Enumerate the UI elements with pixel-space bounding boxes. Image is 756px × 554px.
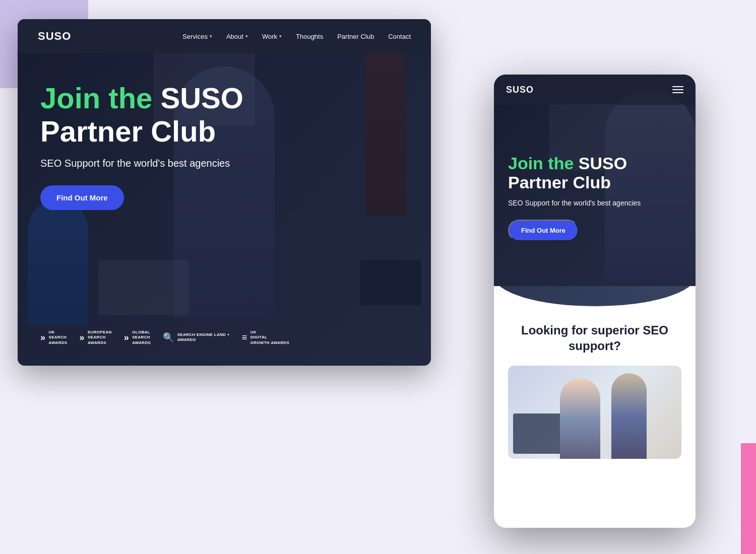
mobile-hero-title-line1: Join the SUSO [508, 155, 681, 172]
mobile-hero-content: Join the SUSO Partner Club SEO Support f… [494, 105, 696, 286]
hero-green-text: Join the [40, 82, 152, 114]
hamburger-line-1 [672, 86, 683, 87]
eu-award-text: EUROPEANSEARCHAWARDS [88, 330, 112, 345]
ukdg-award-icon: ≡ [242, 332, 247, 343]
mobile-content-section: Looking for superior SEO support? [494, 306, 696, 475]
services-chevron-icon: ▾ [210, 34, 212, 39]
desktop-browser-window: SUSO Services ▾ About ▾ Work ▾ Thoughts … [18, 19, 431, 366]
nav-link-work[interactable]: Work ▾ [262, 33, 282, 40]
hero-subtitle: SEO Support for the world's best agencie… [40, 156, 408, 170]
hamburger-line-3 [672, 92, 683, 93]
bg-pink-decoration [741, 443, 756, 554]
sel-award-icon: 🔍 [163, 332, 174, 343]
mobile-cta-button[interactable]: Find Out More [508, 220, 579, 241]
desktop-nav: SUSO Services ▾ About ▾ Work ▾ Thoughts … [18, 19, 431, 53]
nav-link-services[interactable]: Services ▾ [182, 33, 212, 40]
mobile-team-image [508, 366, 681, 459]
nav-link-thoughts[interactable]: Thoughts [296, 33, 323, 40]
global-award-icon: » [124, 332, 130, 343]
work-chevron-icon: ▾ [279, 34, 282, 39]
about-chevron-icon: ▾ [245, 34, 248, 39]
award-search-engine-land: 🔍 Search Engine Land +AWARDS [163, 332, 230, 343]
uk-award-text: UKSEARCHAWARDS [49, 330, 68, 345]
award-uk-search: » UKSEARCHAWARDS [40, 330, 67, 345]
desktop-logo: SUSO [38, 30, 71, 43]
nav-link-about[interactable]: About ▾ [226, 33, 248, 40]
hero-title-line1: Join the SUSO [40, 84, 408, 113]
mobile-hero-title-line2: Partner Club [508, 174, 681, 191]
hamburger-line-2 [672, 89, 683, 90]
mobile-hamburger-button[interactable] [672, 86, 683, 93]
mobile-hero-subtitle: SEO Support for the world's best agencie… [508, 198, 681, 209]
img-monitor [513, 413, 563, 454]
mobile-nav: SUSO [494, 75, 696, 105]
mobile-logo: SUSO [506, 85, 534, 95]
mobile-hero-suso-inline: SUSO [579, 154, 627, 173]
nav-link-partner-club[interactable]: Partner Club [337, 33, 374, 40]
award-uk-digital-growth: ≡ UKDIGITALGROWTH AWARDS [242, 330, 289, 345]
img-person-man [611, 373, 647, 459]
award-global-search: » GLOBALSEARCHAWARDS [124, 330, 151, 345]
hero-awards-bar: » UKSEARCHAWARDS » EUROPEANSEARCHAWARDS … [40, 330, 408, 351]
mobile-section-title: Looking for superior SEO support? [508, 322, 681, 354]
ukdg-award-text: UKDIGITALGROWTH AWARDS [250, 330, 289, 345]
hero-headline: Join the SUSO Partner Club SEO Support f… [40, 84, 408, 330]
hero-suso-text: SUSO [160, 82, 243, 114]
mobile-hero-section: SUSO Join the SUSO Partner Club SEO Supp… [494, 75, 696, 286]
desktop-nav-links: Services ▾ About ▾ Work ▾ Thoughts Partn… [182, 33, 411, 40]
hero-cta-button[interactable]: Find Out More [40, 185, 124, 210]
img-person-woman [560, 378, 600, 459]
desktop-hero-content: Join the SUSO Partner Club SEO Support f… [18, 53, 431, 366]
hero-title-line2: Partner Club [40, 117, 408, 146]
nav-link-contact[interactable]: Contact [388, 33, 411, 40]
sel-award-text: Search Engine Land +AWARDS [177, 332, 230, 343]
global-award-text: GLOBALSEARCHAWARDS [132, 330, 151, 345]
eu-award-icon: » [79, 332, 85, 343]
mobile-hero-green-text: Join the [508, 154, 574, 173]
award-european-search: » EUROPEANSEARCHAWARDS [79, 330, 111, 345]
mobile-browser-window: SUSO Join the SUSO Partner Club SEO Supp… [494, 75, 696, 528]
wave-divider [494, 286, 696, 306]
uk-award-icon: » [40, 332, 46, 343]
